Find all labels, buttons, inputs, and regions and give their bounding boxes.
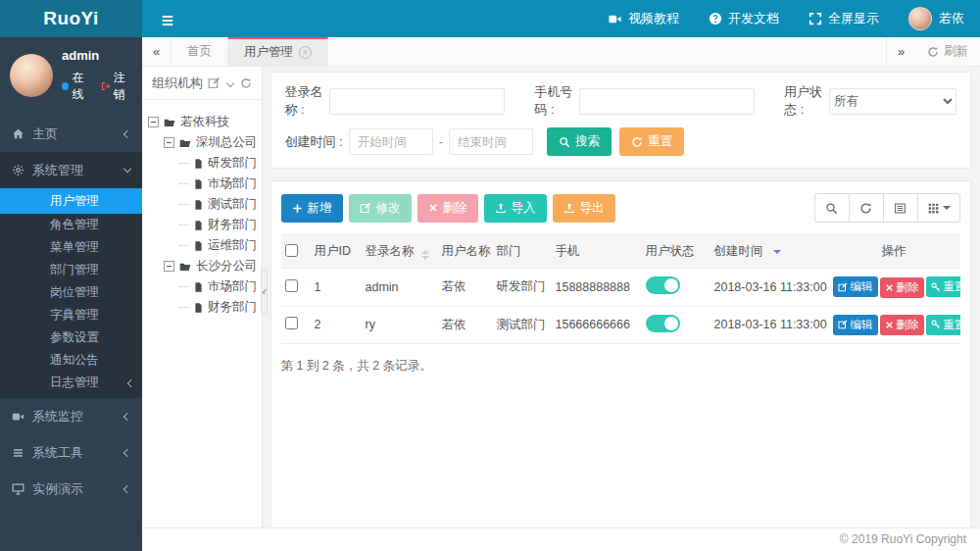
sidebar-item-menu-mgmt[interactable]: 菜单管理 [0,236,142,259]
tree-connector [179,163,189,164]
detail-view-button[interactable] [883,193,918,223]
chevron-left-icon [123,412,131,420]
tree-node-root[interactable]: 若依科技 [148,112,258,132]
sidebar-item-log-mgmt[interactable]: 日志管理 [0,372,142,394]
sidebar-item-post-mgmt[interactable]: 岗位管理 [0,281,142,304]
tree-node[interactable]: 财务部门 [148,297,258,318]
tree-panel-title: 组织机构 [152,75,203,92]
hamburger-icon [160,14,175,27]
sidebar-item-param-settings[interactable]: 参数设置 [0,326,142,349]
refresh-icon[interactable] [240,77,252,89]
chevron-down-icon[interactable] [225,78,233,86]
sidebar-item-home[interactable]: 主页 [0,116,142,152]
file-icon [193,240,204,252]
select-all-checkbox[interactable] [285,244,298,257]
start-time-input[interactable] [349,128,433,155]
tree-node[interactable]: 研发部门 [148,153,258,174]
row-delete-button[interactable]: 删除 [880,277,924,298]
col-create-time[interactable]: 创建时间 [710,235,828,269]
file-icon [193,302,204,314]
export-button[interactable]: 导出 [553,194,615,223]
toggle-search-button[interactable] [814,193,850,223]
row-delete-button[interactable]: 删除 [880,315,924,335]
reset-button[interactable]: 重置 [619,127,684,156]
org-tree-panel: 组织机构 若依科技 深圳总公司 研发部门 [142,67,263,527]
collapse-icon[interactable] [164,137,174,148]
sidebar-item-dept-mgmt[interactable]: 部门管理 [0,259,142,281]
tabs-scroll-left-button[interactable] [142,37,172,66]
panel-collapse-handle[interactable] [261,268,268,315]
sidebar-item-system[interactable]: 系统管理 [0,152,142,188]
row-edit-button[interactable]: 编辑 [833,315,878,335]
row-checkbox[interactable] [285,279,298,292]
folder-icon [178,137,192,149]
x-icon [885,283,894,292]
row-edit-button[interactable]: 编辑 [833,276,878,297]
sidebar-item-role-mgmt[interactable]: 角色管理 [0,214,142,236]
pagination-info: 第 1 到 2 条，共 2 条记录。 [281,358,960,375]
fullscreen-icon [808,12,822,25]
row-reset-pwd-button[interactable]: 重置 [926,276,960,297]
table-view-controls [814,193,960,223]
collapse-icon[interactable] [148,117,159,127]
user-table-card: 新增 修改 删除 导入 导出 [270,180,971,530]
sidebar-item-user-mgmt[interactable]: 用户管理 [0,188,142,214]
status-toggle[interactable] [646,315,680,332]
phone-input[interactable] [579,88,755,115]
create-time-label: 创建时间 : [285,133,343,151]
search-button[interactable]: 搜索 [547,127,612,156]
org-tree: 若依科技 深圳总公司 研发部门 市场部门 测试部门 [142,100,262,318]
user-menu[interactable]: 若依 [908,7,964,30]
user-status-select[interactable]: 所有 [829,88,956,115]
list-icon [12,447,24,459]
import-button[interactable]: 导入 [484,194,547,223]
desktop-icon [12,482,24,495]
tree-node[interactable]: 市场部门 [148,276,258,297]
collapse-icon[interactable] [164,261,174,272]
dev-docs-link[interactable]: 开发文档 [709,10,779,27]
table-row[interactable]: 1 admin 若依 研发部门 15888888888 2018-03-16 1… [281,269,960,307]
login-name-input[interactable] [329,88,505,115]
header-nav: 视频教程 开发文档 全屏显示 若依 [608,7,980,30]
avatar[interactable] [10,54,53,97]
tree-node[interactable]: 深圳总公司 [148,132,258,153]
fullscreen-link[interactable]: 全屏显示 [808,10,879,27]
tree-node[interactable]: 市场部门 [148,174,258,194]
sidebar-item-tools[interactable]: 系统工具 [0,434,142,471]
tree-connector [179,245,189,246]
columns-dropdown-button[interactable] [917,193,960,223]
refresh-table-button[interactable] [849,193,884,223]
edit-icon[interactable] [208,76,220,89]
row-reset-pwd-button[interactable]: 重置 [926,315,960,335]
tab-user-mgmt[interactable]: 用户管理 [228,37,328,66]
video-tutorial-link[interactable]: 视频教程 [608,10,679,27]
row-checkbox[interactable] [285,317,298,329]
sidebar-item-monitor[interactable]: 系统监控 [0,398,142,434]
edit-button[interactable]: 修改 [349,194,412,223]
tree-node[interactable]: 长沙分公司 [148,256,258,276]
chevron-left-icon [123,448,131,456]
sort-icon [421,250,429,260]
status-toggle[interactable] [646,276,680,294]
tree-node[interactable]: 测试部门 [148,194,258,215]
sidebar-toggle-button[interactable] [142,0,193,37]
sidebar-item-dict-mgmt[interactable]: 字典管理 [0,304,142,326]
video-camera-icon [608,13,622,25]
refresh-tab-button[interactable]: 刷新 [915,37,980,66]
tree-connector [179,183,189,184]
sidebar-item-notice[interactable]: 通知公告 [0,349,142,372]
folder-icon [178,261,192,273]
close-icon[interactable] [299,46,312,59]
add-button[interactable]: 新增 [281,194,343,223]
col-login-name[interactable]: 登录名称 [362,235,438,269]
end-time-input[interactable] [449,128,533,155]
sidebar-item-demo[interactable]: 实例演示 [0,471,142,507]
logout-button[interactable]: 注销 [101,70,132,103]
app-logo: RuoYi [0,0,142,37]
delete-button[interactable]: 删除 [417,194,478,223]
tree-node[interactable]: 运维部门 [148,235,258,256]
tabs-scroll-right-button[interactable] [886,37,915,66]
tab-home[interactable]: 首页 [172,37,228,66]
table-row[interactable]: 2 ry 若依 测试部门 15666666666 2018-03-16 11:3… [281,306,960,344]
tree-node[interactable]: 财务部门 [148,215,258,235]
